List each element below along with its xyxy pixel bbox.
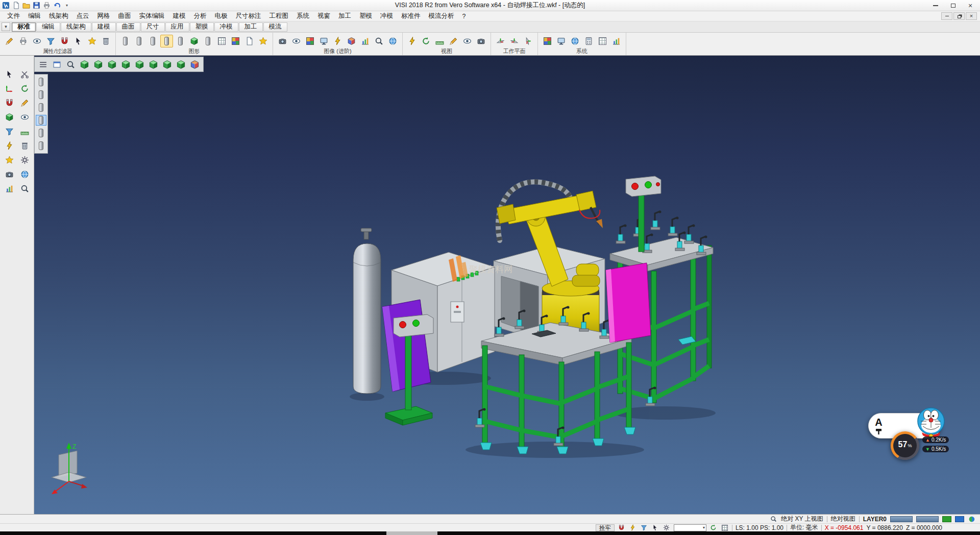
menu-modeling[interactable]: 建模 bbox=[169, 11, 190, 21]
visibility-icon[interactable] bbox=[31, 35, 43, 47]
top-view-icon[interactable] bbox=[147, 58, 160, 71]
tab-surface[interactable]: 曲面 bbox=[116, 22, 140, 32]
annotate-icon[interactable] bbox=[447, 35, 460, 47]
scissors-tool-icon[interactable] bbox=[18, 68, 31, 81]
bottom-view-icon[interactable] bbox=[161, 58, 174, 71]
render-chart-icon[interactable] bbox=[359, 35, 372, 47]
element-cylinder-icon-5[interactable] bbox=[202, 35, 214, 47]
calculator-icon[interactable] bbox=[582, 35, 595, 47]
delete-tool-icon[interactable] bbox=[18, 139, 31, 152]
attribute-filter-icon-5[interactable] bbox=[36, 128, 46, 138]
move-axis-tool-icon[interactable] bbox=[3, 82, 16, 95]
tab-flow[interactable]: 模流 bbox=[263, 22, 287, 32]
scene-magenta-panel[interactable] bbox=[606, 263, 651, 343]
front-view-icon[interactable] bbox=[92, 58, 105, 71]
printer-icon[interactable] bbox=[17, 35, 30, 47]
analyze-tool-icon[interactable] bbox=[3, 139, 16, 152]
quick-mode-icon[interactable] bbox=[629, 524, 637, 531]
scale-indicator[interactable]: LS: 1.00 PS: 1.00 bbox=[736, 524, 783, 531]
render-mode-sphere-icon[interactable] bbox=[968, 516, 976, 523]
axonometric-view-icon[interactable] bbox=[175, 58, 187, 71]
magnify-icon[interactable] bbox=[373, 35, 385, 47]
line-style-swatch-1[interactable] bbox=[890, 516, 913, 522]
element-cylinder-icon-3[interactable] bbox=[146, 35, 159, 47]
tab-modeling[interactable]: 建模 bbox=[92, 22, 116, 32]
workplane-icon-1[interactable] bbox=[494, 35, 507, 47]
color-swatch-green[interactable] bbox=[942, 516, 951, 522]
absolute-view-indicator[interactable]: 绝对视图 bbox=[831, 515, 855, 523]
viewport-3d[interactable]: 聚模资料网 Z bbox=[34, 56, 980, 514]
palette-grid-icon[interactable] bbox=[304, 35, 316, 47]
menu-mold[interactable]: 塑模 bbox=[355, 11, 376, 21]
workplane-icon-2[interactable] bbox=[508, 35, 521, 47]
taskbar-peek-item[interactable] bbox=[386, 531, 437, 535]
snap-toggle-icon[interactable] bbox=[618, 524, 626, 531]
star-icon[interactable] bbox=[257, 35, 270, 47]
attribute-filter-icon-1[interactable] bbox=[36, 77, 46, 87]
document-close-button[interactable]: × bbox=[966, 12, 977, 20]
menu-surface[interactable]: 曲面 bbox=[114, 11, 135, 21]
sketch-tool-icon[interactable] bbox=[18, 96, 31, 109]
magnet-icon[interactable] bbox=[58, 35, 71, 47]
menu-point-cloud[interactable]: 点云 bbox=[72, 11, 93, 21]
snap-magnet-tool-icon[interactable] bbox=[3, 96, 16, 109]
select-icon[interactable] bbox=[72, 35, 85, 47]
filter-icon[interactable] bbox=[44, 35, 57, 47]
workplane-icon-3[interactable] bbox=[522, 35, 534, 47]
close-button[interactable]: × bbox=[962, 1, 979, 11]
tab-application[interactable]: 应用 bbox=[165, 22, 189, 32]
zoom-extents-icon[interactable] bbox=[64, 58, 77, 71]
line-style-swatch-2[interactable] bbox=[916, 516, 939, 522]
view-visibility-icon[interactable] bbox=[461, 35, 474, 47]
element-cylinder-icon-4[interactable] bbox=[174, 35, 187, 47]
menu-system[interactable]: 系统 bbox=[292, 11, 313, 21]
measure-icon[interactable] bbox=[433, 35, 446, 47]
document-minimize-button[interactable] bbox=[941, 12, 952, 20]
refresh-icon[interactable] bbox=[709, 524, 718, 531]
units-indicator[interactable]: 单位: 毫米 bbox=[790, 523, 818, 532]
maximize-button[interactable] bbox=[944, 1, 962, 11]
color-settings-icon[interactable] bbox=[541, 35, 554, 47]
environment-icon[interactable] bbox=[386, 35, 399, 47]
rotate-view-icon[interactable] bbox=[420, 35, 432, 47]
tab-dropdown-icon[interactable]: ▼ bbox=[2, 22, 10, 31]
tab-standard[interactable]: 标准 bbox=[12, 22, 36, 32]
doraemon-avatar[interactable] bbox=[915, 406, 947, 440]
new-file-icon[interactable] bbox=[11, 1, 20, 10]
visibility-tool-icon[interactable] bbox=[18, 111, 31, 124]
rotate-tool-icon[interactable] bbox=[18, 82, 31, 95]
memory-percent-badge[interactable]: 57 % bbox=[891, 431, 919, 460]
snap-filter-combobox[interactable]: ▾ bbox=[674, 524, 706, 531]
open-folder-icon[interactable] bbox=[21, 1, 31, 10]
menu-analysis[interactable]: 分析 bbox=[190, 11, 211, 21]
menu-solid-edit[interactable]: 实体编辑 bbox=[135, 11, 169, 21]
menu-drawing[interactable]: 工程图 bbox=[265, 11, 293, 21]
viewport-3d-canvas[interactable]: 聚模资料网 bbox=[34, 56, 980, 514]
view-list-icon[interactable] bbox=[37, 58, 50, 71]
camera-icon[interactable] bbox=[276, 35, 289, 47]
menu-window[interactable]: 视窗 bbox=[313, 11, 334, 21]
color-swatch-blue[interactable] bbox=[955, 516, 964, 522]
attribute-filter-icon-3[interactable] bbox=[36, 102, 46, 113]
tab-edit[interactable]: 编辑 bbox=[36, 22, 60, 32]
filter-toggle-icon[interactable] bbox=[640, 524, 648, 531]
tab-machining[interactable]: 加工 bbox=[239, 22, 263, 32]
shaded-cube-icon[interactable] bbox=[345, 35, 358, 47]
lighting-icon[interactable] bbox=[331, 35, 344, 47]
options-gear-icon[interactable] bbox=[663, 524, 671, 531]
favorite-icon[interactable] bbox=[86, 35, 99, 47]
grid-toggle-icon[interactable] bbox=[721, 524, 729, 531]
zoom-tool-icon[interactable] bbox=[18, 182, 31, 195]
menu-dimension[interactable]: 尺寸标注 bbox=[232, 11, 265, 21]
attribute-filter-icon-selected[interactable] bbox=[36, 115, 46, 126]
view-search-icon[interactable] bbox=[769, 516, 777, 523]
menu-wireframe[interactable]: 线架构 bbox=[45, 11, 72, 21]
solid-tool-icon[interactable] bbox=[3, 111, 16, 124]
element-cylinder-icon-2[interactable] bbox=[133, 35, 145, 47]
favorites-tool-icon[interactable] bbox=[3, 154, 16, 166]
undo-icon[interactable] bbox=[52, 1, 61, 10]
minimize-button[interactable] bbox=[927, 1, 944, 11]
back-view-icon[interactable] bbox=[106, 58, 118, 71]
grid-settings-icon[interactable] bbox=[596, 35, 609, 47]
attribute-filter-icon-2[interactable] bbox=[36, 89, 46, 100]
